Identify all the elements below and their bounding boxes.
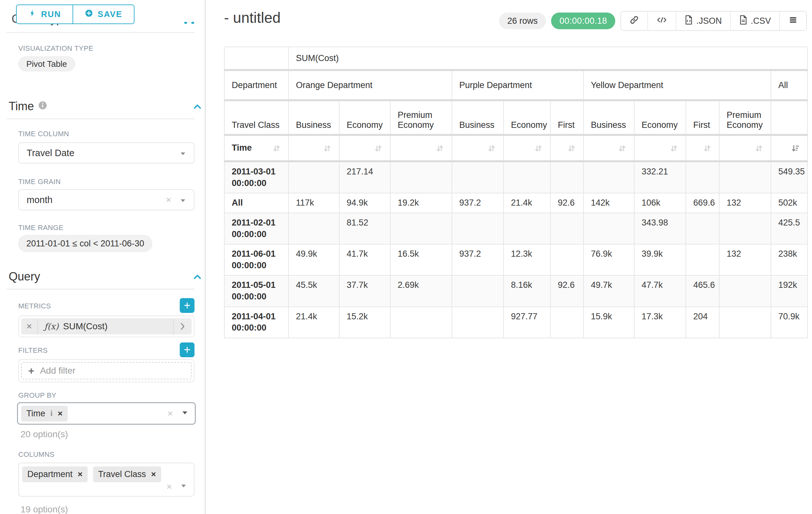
pivot-cell: 465.6	[686, 275, 719, 306]
remove-metric-icon[interactable]: ×	[21, 318, 38, 334]
add-filter-dropzone[interactable]: + Add filter	[21, 362, 192, 379]
pivot-cell: 106k	[634, 193, 686, 213]
pivot-cell	[503, 213, 550, 244]
chevron-down-icon[interactable]	[181, 410, 188, 417]
embed-code-button[interactable]	[647, 11, 675, 30]
sort-header[interactable]	[686, 135, 719, 161]
pivot-cell: 94.9k	[339, 193, 390, 213]
sort-header[interactable]	[634, 135, 686, 161]
metric-chip[interactable]: × ƒ(x) SUM(Cost)	[21, 318, 192, 334]
pivot-cell: 92.6	[550, 275, 583, 306]
visualization-type-pill[interactable]: Pivot Table	[18, 57, 75, 71]
sort-header[interactable]	[503, 135, 550, 161]
chevron-right-icon[interactable]	[173, 318, 192, 334]
sort-header-time[interactable]: Time	[224, 135, 289, 161]
time-column-select[interactable]: Travel Date	[18, 142, 195, 164]
clear-icon[interactable]: ×	[167, 409, 173, 418]
pivot-cell: 549.35	[771, 161, 808, 193]
chevron-tip-dot	[191, 22, 194, 24]
time-grain-select[interactable]: month ×	[18, 189, 195, 210]
group-by-select[interactable]: Time i × ×	[17, 402, 196, 425]
query-section-title: Query	[9, 270, 40, 283]
pivot-cell: 16.5k	[390, 244, 452, 275]
pivot-cell: 49.7k	[583, 275, 634, 306]
group-by-label: GROUP BY	[18, 391, 57, 400]
pivot-cell	[686, 244, 719, 275]
pivot-cell: 132	[719, 193, 771, 213]
pivot-cell	[452, 213, 503, 244]
add-metric-button[interactable]: +	[180, 298, 195, 313]
time-grain-label: TIME GRAIN	[18, 178, 61, 186]
pivot-cell: 2.69k	[390, 275, 452, 306]
copy-link-button[interactable]	[621, 11, 647, 30]
result-controls: 26 rows 00:00:00.18 .JSON .CSV	[499, 11, 807, 31]
columns-chip-department[interactable]: Department ×	[22, 466, 88, 482]
save-button[interactable]: SAVE	[72, 5, 134, 23]
chevron-up-icon[interactable]	[192, 271, 203, 286]
pivot-cell	[550, 307, 583, 338]
sort-header[interactable]	[452, 135, 503, 161]
filters-label: FILTERS	[18, 346, 48, 355]
row-dim-department: Department	[224, 70, 289, 100]
time-column-value: Travel Date	[27, 148, 75, 158]
clear-icon[interactable]: ×	[166, 195, 171, 205]
metric-name: SUM(Cost)	[63, 321, 108, 331]
pivot-cell	[719, 213, 771, 244]
time-range-value: 2011-01-01 ≤ col < 2011-06-30	[26, 239, 144, 249]
add-filter-placeholder: Add filter	[40, 366, 76, 376]
visualization-type-label: VISUALIZATION TYPE	[18, 44, 93, 53]
table-row: All117k94.9k19.2k937.221.4k92.6142k106k6…	[224, 193, 808, 213]
sort-header[interactable]	[771, 135, 808, 161]
query-section-header[interactable]: Query	[9, 270, 40, 283]
chevron-up-icon[interactable]	[192, 101, 203, 115]
pivot-cell	[550, 213, 583, 244]
columns-label: COLUMNS	[18, 451, 55, 459]
pivot-cell	[452, 307, 503, 338]
info-icon: i	[50, 409, 53, 418]
sort-header[interactable]	[289, 135, 339, 161]
sort-header[interactable]	[719, 135, 771, 161]
pivot-cell: 669.6	[686, 193, 719, 213]
pivot-cell: 502k	[771, 193, 808, 213]
column-header: Business	[452, 100, 503, 135]
sort-icon	[669, 143, 678, 153]
remove-chip-icon[interactable]: ×	[78, 469, 83, 479]
run-button[interactable]: RUN	[17, 5, 72, 23]
column-header: First	[686, 100, 719, 135]
remove-chip-icon[interactable]: ×	[58, 409, 63, 418]
time-section-title: Time	[9, 100, 34, 113]
sort-header[interactable]	[339, 135, 390, 161]
pivot-cell	[452, 161, 503, 193]
export-json-label: .JSON	[696, 16, 722, 26]
pivot-cell: 132	[719, 244, 771, 275]
pivot-cell: 49.9k	[289, 244, 339, 275]
group-by-chip-time[interactable]: Time i ×	[21, 406, 68, 422]
chevron-down-icon[interactable]	[180, 484, 187, 490]
sort-header[interactable]	[390, 135, 452, 161]
pivot-cell: 70.9k	[771, 307, 808, 338]
pivot-cell: 927.77	[503, 307, 550, 338]
chevron-down-icon[interactable]	[180, 195, 186, 205]
sort-header[interactable]	[550, 135, 583, 161]
time-section-header[interactable]: Time	[9, 100, 48, 113]
export-json-button[interactable]: .JSON	[675, 11, 730, 30]
pivot-cell	[289, 161, 339, 193]
chart-title[interactable]: - untitled	[224, 9, 281, 26]
columns-chip-travel-class[interactable]: Travel Class ×	[93, 466, 161, 482]
pivot-cell: 204	[686, 307, 719, 338]
time-range-pill[interactable]: 2011-01-01 ≤ col < 2011-06-30	[18, 235, 152, 252]
metrics-container: × ƒ(x) SUM(Cost)	[18, 316, 195, 337]
clear-icon[interactable]: ×	[166, 482, 172, 491]
pivot-cell	[719, 161, 771, 193]
remove-chip-icon[interactable]: ×	[151, 469, 156, 479]
row-count-value: 26 rows	[508, 16, 538, 26]
link-icon	[629, 15, 639, 27]
pivot-cell: 21.4k	[503, 193, 550, 213]
pivot-cell: 81.52	[339, 213, 390, 244]
chevron-down-icon[interactable]	[180, 148, 186, 158]
sort-header[interactable]	[583, 135, 634, 161]
menu-button[interactable]	[779, 11, 806, 30]
export-csv-button[interactable]: .CSV	[730, 11, 779, 30]
add-filter-plus-button[interactable]: +	[180, 343, 195, 357]
columns-select[interactable]: Department × Travel Class × ×	[18, 463, 195, 497]
